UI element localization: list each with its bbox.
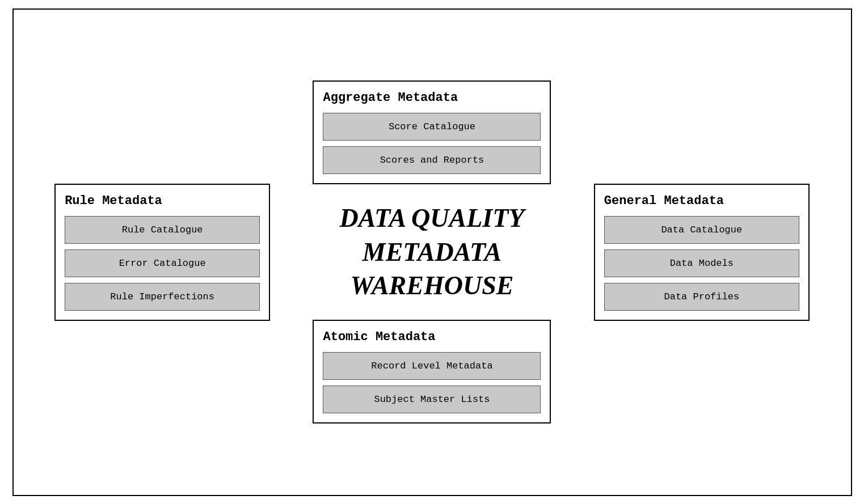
outer-container: Rule Metadata Rule Catalogue Error Catal… <box>12 9 852 496</box>
dqmw-line2: METADATA <box>363 238 501 266</box>
rule-metadata-box: Rule Metadata Rule Catalogue Error Catal… <box>54 184 270 321</box>
dqmw-line1: DATA QUALITY <box>340 204 525 232</box>
main-layout: Rule Metadata Rule Catalogue Error Catal… <box>14 10 851 495</box>
scores-reports-item: Scores and Reports <box>323 146 541 174</box>
atomic-metadata-title: Atomic Metadata <box>323 330 541 344</box>
general-metadata-box: General Metadata Data Catalogue Data Mod… <box>594 184 810 321</box>
aggregate-metadata-box: Aggregate Metadata Score Catalogue Score… <box>313 81 551 184</box>
rule-imperfections-item: Rule Imperfections <box>65 283 260 311</box>
data-profiles-item: Data Profiles <box>604 283 799 311</box>
dqmw-title: DATA QUALITY METADATA WAREHOUSE <box>340 201 525 303</box>
subject-master-lists-item: Subject Master Lists <box>323 386 541 413</box>
rule-metadata-title: Rule Metadata <box>65 194 260 208</box>
atomic-metadata-box: Atomic Metadata Record Level Metadata Su… <box>313 320 551 423</box>
data-models-item: Data Models <box>604 249 799 277</box>
left-cell: Rule Metadata Rule Catalogue Error Catal… <box>54 184 270 321</box>
error-catalogue-item: Error Catalogue <box>65 249 260 277</box>
data-catalogue-item: Data Catalogue <box>604 216 799 244</box>
rule-catalogue-item: Rule Catalogue <box>65 216 260 244</box>
aggregate-metadata-title: Aggregate Metadata <box>323 91 541 105</box>
center-cell: Aggregate Metadata Score Catalogue Score… <box>313 27 551 478</box>
general-metadata-title: General Metadata <box>604 194 799 208</box>
dqmw-line3: WAREHOUSE <box>350 271 513 300</box>
record-level-item: Record Level Metadata <box>323 352 541 380</box>
right-cell: General Metadata Data Catalogue Data Mod… <box>594 184 810 321</box>
score-catalogue-item: Score Catalogue <box>323 113 541 141</box>
